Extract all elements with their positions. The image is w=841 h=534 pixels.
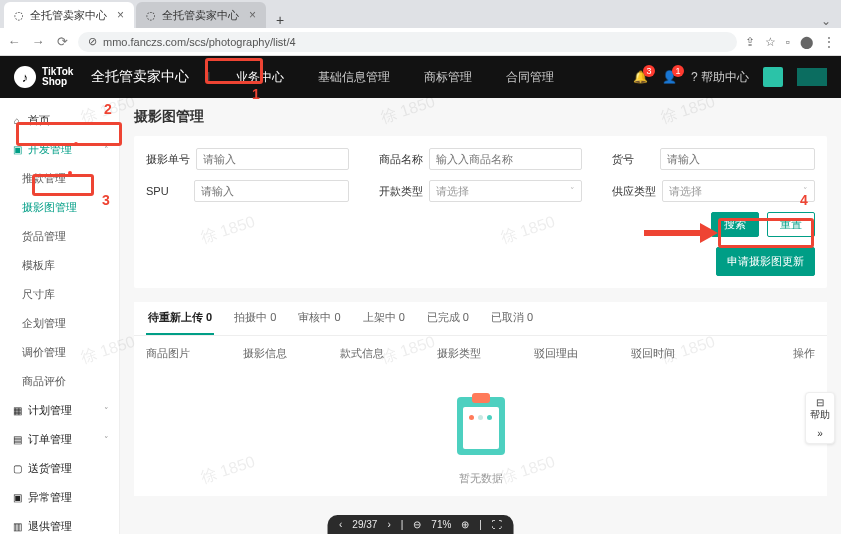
forward-icon[interactable]: → [30,34,46,49]
chevron-down-icon: ˅ [104,435,109,445]
empty-state: 暂无数据 [134,371,827,496]
floating-help[interactable]: ⊟ 帮助 » [805,392,835,444]
col-action: 操作 [728,346,815,361]
input-spu[interactable] [194,180,349,202]
sidebar-dev-mgmt[interactable]: ▣开发管理˄ [0,135,119,164]
star-icon[interactable]: ☆ [765,35,776,49]
tab-title: 全托管卖家中心 [162,8,239,23]
app-title: 全托管卖家中心 [91,68,189,86]
menu-icon[interactable]: ⋮ [823,35,835,49]
sidebar-size-lib[interactable]: 尺寸库 [0,280,119,309]
page-indicator: 29/37 [352,519,377,530]
col-reject-reason: 驳回理由 [534,346,621,361]
page-title: 摄影图管理 [134,108,827,126]
new-tab-button[interactable]: + [268,12,292,28]
next-icon[interactable]: › [387,519,390,530]
double-chevron-right-icon[interactable]: » [806,428,834,439]
sidebar-return-mgmt[interactable]: ▥退供管理 [0,512,119,534]
sidebar-ship-mgmt[interactable]: ▢送货管理 [0,454,119,483]
globe-icon: ◌ [14,9,24,22]
nav-trademark[interactable]: 商标管理 [416,65,480,90]
select-supply-type[interactable]: 请选择˅ [662,180,815,202]
sidebar-review[interactable]: 商品评价 [0,367,119,396]
sidebar-exception-mgmt[interactable]: ▣异常管理 [0,483,119,512]
search-button[interactable]: 搜索 [711,212,759,237]
zoom-level: 71% [431,519,451,530]
chevron-up-icon: ˄ [104,145,109,155]
address-bar: ← → ⟳ ⊘ mmo.fanczs.com/scs/photography/l… [0,28,841,56]
sidebar-photo-mgmt[interactable]: 摄影图管理 [0,193,119,222]
help-icon: ? [691,70,698,84]
reset-button[interactable]: 重置 [767,212,815,237]
app-topbar: ♪ TikTok Shop 全托管卖家中心 | 业务中心 基础信息管理 商标管理… [0,56,841,98]
zoom-in-icon[interactable]: ⊕ [461,519,469,530]
label-supply-type: 供应类型 [612,184,656,199]
window-controls: ⌄ [811,14,841,28]
order-icon: ▤ [10,434,24,445]
home-icon: ⌂ [10,115,24,126]
chevron-down-icon: ˅ [104,406,109,416]
profile-icon[interactable]: ⬤ [800,35,813,49]
nav-basic-info[interactable]: 基础信息管理 [310,65,398,90]
reload-icon[interactable]: ⟳ [54,34,70,49]
tab-listing[interactable]: 上架中 0 [361,302,407,335]
zoom-out-icon[interactable]: ⊖ [413,519,421,530]
close-icon[interactable]: × [117,8,124,22]
tab-cancelled[interactable]: 已取消 0 [489,302,535,335]
notification-bell[interactable]: 🔔 3 [633,70,648,84]
input-order-no[interactable] [196,148,349,170]
warn-icon: ▣ [10,492,24,503]
empty-icon [453,397,509,463]
user-indicator[interactable]: 👤 1 [662,70,677,84]
content-area: 摄影图管理 摄影单号 商品名称 货号 SPU 开款类型请选择˅ 供应类型请选择˅… [120,98,841,534]
chevron-down-icon: ˅ [803,186,808,196]
tab-shooting[interactable]: 拍摄中 0 [232,302,278,335]
table-header: 商品图片 摄影信息 款式信息 摄影类型 驳回理由 驳回时间 操作 [134,336,827,371]
status-tabs: 待重新上传 0 拍摄中 0 审核中 0 上架中 0 已完成 0 已取消 0 [134,302,827,336]
share-icon[interactable]: ⇪ [745,35,755,49]
avatar[interactable] [763,67,783,87]
help-link[interactable]: ? 帮助中心 [691,69,749,86]
browser-tab-active[interactable]: ◌ 全托管卖家中心 × [4,2,134,28]
url-input[interactable]: ⊘ mmo.fanczs.com/scs/photography/list/4 [78,32,737,52]
sidebar-goods-mgmt[interactable]: 货品管理 [0,222,119,251]
tab-review[interactable]: 审核中 0 [296,302,342,335]
col-image: 商品图片 [146,346,233,361]
label-order-no: 摄影单号 [146,152,190,167]
label-sku: 货号 [612,152,654,167]
select-dev-type[interactable]: 请选择˅ [429,180,582,202]
sidebar-push-mgmt[interactable]: 推款管理 [0,164,119,193]
close-icon[interactable]: × [249,8,256,22]
col-photo-info: 摄影信息 [243,346,330,361]
browser-tab[interactable]: ◌ 全托管卖家中心 × [136,2,266,28]
browser-extensions: ⇪ ☆ ▫ ⬤ ⋮ [745,35,835,49]
tab-reupload[interactable]: 待重新上传 0 [146,302,214,335]
apply-photo-update-button[interactable]: 申请摄影图更新 [716,247,815,276]
fullscreen-icon[interactable]: ⛶ [492,519,502,530]
back-icon[interactable]: ← [6,34,22,49]
tab-title: 全托管卖家中心 [30,8,107,23]
col-photo-type: 摄影类型 [437,346,524,361]
extension-icon[interactable]: ▫ [786,35,790,49]
col-reject-time: 驳回时间 [631,346,718,361]
empty-text: 暂无数据 [134,471,827,486]
browser-tab-strip: ◌ 全托管卖家中心 × ◌ 全托管卖家中心 × + ⌄ [0,0,841,28]
nav-business-center[interactable]: 业务中心 [228,65,292,90]
sidebar-order-mgmt[interactable]: ▤订单管理˅ [0,425,119,454]
prev-icon[interactable]: ‹ [339,519,342,530]
brand-logo[interactable]: ♪ TikTok Shop [14,66,73,88]
tab-done[interactable]: 已完成 0 [425,302,471,335]
sidebar-plan-sub[interactable]: 企划管理 [0,309,119,338]
sidebar-home[interactable]: ⌂首页 [0,106,119,135]
viewer-pager: ‹ 29/37 › | ⊖ 71% ⊕ | ⛶ [327,515,514,534]
sidebar-template-lib[interactable]: 模板库 [0,251,119,280]
nav-contract[interactable]: 合同管理 [498,65,562,90]
sidebar: ⌂首页 ▣开发管理˄ 推款管理 摄影图管理 货品管理 模板库 尺寸库 企划管理 … [0,98,120,534]
calendar-icon: ▦ [10,405,24,416]
truck-icon: ▢ [10,463,24,474]
theme-box [797,68,827,86]
input-sku[interactable] [660,148,815,170]
input-goods-name[interactable] [429,148,582,170]
sidebar-price-mgmt[interactable]: 调价管理 [0,338,119,367]
sidebar-plan-mgmt[interactable]: ▦计划管理˅ [0,396,119,425]
